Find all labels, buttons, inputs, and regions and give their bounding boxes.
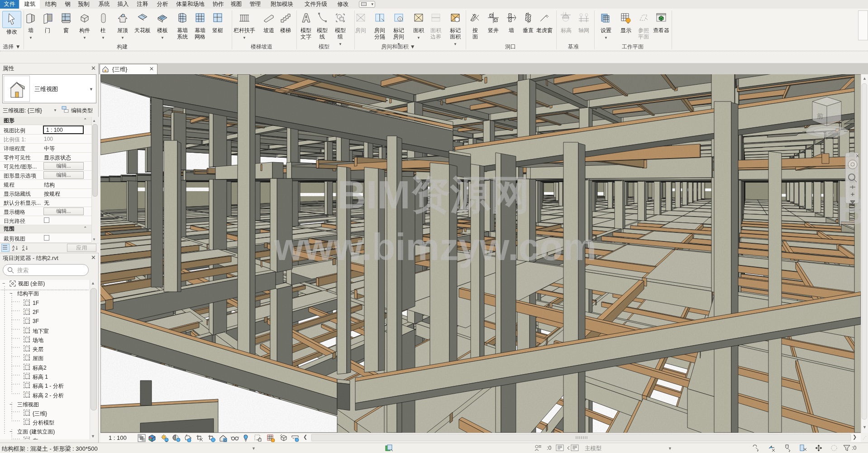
svg-text:-1: -1 [562, 11, 564, 14]
svg-text:1: 1 [399, 17, 401, 21]
svg-text:Z: Z [12, 248, 14, 251]
svg-text:A: A [22, 248, 25, 251]
